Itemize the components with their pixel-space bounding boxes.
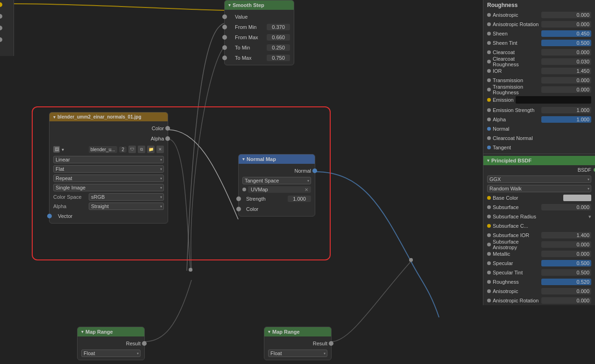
normal-map-body: Normal Tangent Space ▾ UVMap ✕ [239, 164, 315, 216]
shield-icon[interactable]: 🛡 [128, 146, 136, 153]
emission-strength-value[interactable]: 1.000 [541, 107, 592, 113]
chevron-icon: ▾ [81, 329, 84, 334]
sheen-tint-value[interactable]: 0.500 [541, 40, 592, 46]
anisotropic-rot-value[interactable]: 0.000 [541, 21, 592, 28]
source-select-wrapper[interactable]: Single Image ▾ [53, 184, 164, 191]
float-left-select[interactable]: Float [81, 350, 141, 357]
base-color-swatch[interactable] [563, 195, 591, 201]
subsurface-socket [487, 205, 491, 209]
subsurface-ior-value[interactable]: 1.400 [541, 232, 592, 238]
anisotropic-rot-label: Anisotropic Rotation [493, 21, 539, 27]
distribution-row: GGX ▾ [483, 175, 595, 184]
image-filename[interactable]: blender_u... [89, 146, 118, 153]
sheen-value[interactable]: 0.450 [541, 30, 592, 37]
specular-tint-row: Specular Tint 0.500 [483, 268, 595, 277]
space-select[interactable]: Tangent Space [242, 177, 311, 184]
specular-tint-socket [487, 271, 491, 274]
to-min-socket [222, 45, 227, 50]
distribution-select-wrapper[interactable]: GGX ▾ [487, 175, 591, 183]
folder-icon[interactable]: 📁 [147, 146, 155, 153]
from-min-label: From Min [235, 24, 256, 30]
extension-select-wrapper[interactable]: Repeat ▾ [53, 175, 164, 182]
clearcoat-roughness-value[interactable]: 0.030 [541, 58, 592, 65]
interpolation-select[interactable]: Linear [53, 156, 164, 163]
specular-tint-label: Specular Tint [493, 270, 539, 275]
distribution-select[interactable]: GGX [487, 175, 591, 183]
chevron-icon: ▾ [242, 157, 245, 161]
source-select[interactable]: Single Image [53, 184, 164, 191]
smooth-step-node: ▾ Smooth Step Value From Min 0.370 From … [224, 0, 294, 65]
space-select-wrapper[interactable]: Tangent Space ▾ [242, 177, 311, 184]
transmission-roughness-value[interactable]: 0.000 [541, 86, 592, 93]
to-max-row: To Max 0.750 [225, 53, 294, 63]
alpha-value[interactable]: 1.000 [541, 116, 592, 123]
subsurface-ior-label: Subsurface IOR [493, 232, 539, 238]
interpolation-select-wrapper[interactable]: Linear ▾ [53, 156, 164, 163]
normal-out-label: Normal [295, 168, 311, 174]
alpha-mode-row: Alpha Straight ▾ [50, 202, 168, 211]
map-range-mid-body: Result Float ▾ [264, 336, 331, 360]
roughness-label: Roughness [487, 2, 517, 8]
clearcoat-roughness-row: Clearcoat Roughness 0.030 [483, 57, 595, 66]
normal-socket [487, 127, 491, 131]
alpha-select-wrapper[interactable]: Straight ▾ [89, 203, 164, 210]
subsurface-c-label: Subsurface C... [493, 223, 591, 229]
uvmap-field[interactable]: UVMap ✕ [248, 186, 311, 193]
space-row: Tangent Space ▾ [239, 176, 315, 185]
to-min-value[interactable]: 0.250 [267, 44, 290, 51]
subsurface-method-wrapper[interactable]: Random Walk ▾ [487, 185, 591, 192]
specular-tint-value[interactable]: 0.500 [541, 269, 592, 276]
emission-socket [487, 98, 491, 102]
uvmap-close-icon[interactable]: ✕ [305, 187, 308, 192]
projection-select[interactable]: Flat [53, 165, 164, 173]
ior-value[interactable]: 1.450 [541, 68, 592, 74]
image-type-selector[interactable]: ▾ [62, 147, 87, 152]
from-min-value[interactable]: 0.370 [267, 24, 290, 30]
socket-out [0, 2, 2, 7]
subsurface-aniso-value[interactable]: 0.000 [541, 241, 592, 248]
anisotropic-label: Anisotropic [493, 12, 539, 18]
extension-select[interactable]: Repeat [53, 175, 164, 182]
subsurface-ior-row: Subsurface IOR 1.400 [483, 231, 595, 240]
specular-value[interactable]: 0.500 [541, 260, 592, 266]
projection-select-wrapper[interactable]: Flat ▾ [53, 165, 164, 173]
smooth-step-header: ▾ Smooth Step [225, 0, 294, 10]
emission-strength-label: Emission Strength [493, 107, 539, 113]
clearcoat-value[interactable]: 0.000 [541, 49, 592, 56]
clearcoat-row: Clearcoat 0.000 [483, 48, 595, 57]
from-max-value[interactable]: 0.660 [267, 34, 290, 41]
subsurface-value[interactable]: 0.000 [541, 204, 592, 210]
bsdf-header: ▾ Principled BSDF [483, 156, 595, 165]
color-space-select[interactable]: sRGB [89, 193, 164, 201]
ior-label: IOR [493, 68, 539, 74]
smooth-step-title: Smooth Step [233, 2, 264, 8]
ior-socket [487, 69, 491, 73]
value-socket [222, 14, 227, 19]
strength-value[interactable]: 1.000 [288, 196, 311, 202]
anisotropic-value[interactable]: 0.000 [541, 12, 592, 18]
map-range-mid-node: ▾ Map Range Result Float ▾ [264, 327, 332, 360]
normal-row: Normal [483, 124, 595, 133]
alpha-select[interactable]: Straight [89, 203, 164, 210]
junction-dot-1 [189, 268, 192, 272]
emission-color-swatch[interactable] [516, 96, 591, 104]
emission-strength-row: Emission Strength 1.000 [483, 105, 595, 115]
alpha-output-row: Alpha [50, 133, 168, 144]
ior-row: IOR 1.450 [483, 66, 595, 76]
copy-icon[interactable]: ⧉ [138, 146, 145, 153]
specular-socket [487, 261, 491, 265]
anisotropic-rot-bsdf-value[interactable]: 0.000 [541, 297, 592, 304]
subsurface-method-select[interactable]: Random Walk [487, 185, 591, 192]
float-left-wrapper[interactable]: Float ▾ [81, 350, 141, 357]
roughness-bsdf-value[interactable]: 0.520 [541, 279, 592, 285]
float-mid-select[interactable]: Float [268, 350, 327, 357]
anisotropic-bsdf-value[interactable]: 0.000 [541, 288, 592, 294]
metallic-value[interactable]: 0.000 [541, 251, 592, 257]
emission-section: Emission [483, 94, 595, 105]
to-max-value[interactable]: 0.750 [267, 55, 290, 61]
close-icon[interactable]: ✕ [156, 146, 164, 153]
color-space-select-wrapper[interactable]: sRGB ▾ [89, 193, 164, 201]
from-max-socket [222, 35, 227, 40]
transmission-value[interactable]: 0.000 [541, 77, 592, 84]
float-mid-wrapper[interactable]: Float ▾ [268, 350, 327, 357]
